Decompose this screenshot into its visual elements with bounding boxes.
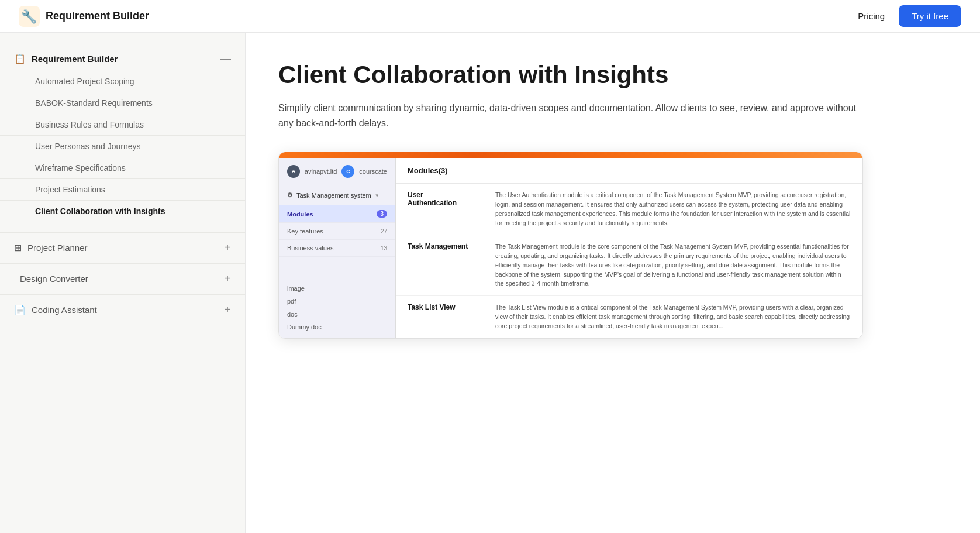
sidebar-section-project-planner[interactable]: ⊞ Project Planner + xyxy=(0,232,245,263)
sidebar-section-title-design-converter: Design Converter xyxy=(20,274,88,284)
ss-module-name: Task List View xyxy=(396,296,484,338)
ss-nav-badge: 3 xyxy=(377,210,387,218)
sidebar-divider-coding-assistant xyxy=(14,325,231,325)
ss-project: ⚙ Task Management system ▼ xyxy=(279,185,395,205)
page-title: Client Collaboration with Insights xyxy=(278,61,947,89)
sidebar-item-babok-standard-requirements[interactable]: BABOK-Standard Requirements xyxy=(0,92,245,114)
ss-module-row: Task Management The Task Management modu… xyxy=(396,235,862,296)
expand-icon-coding-assistant: + xyxy=(224,303,231,317)
ss-module-desc: The Task List View module is a critical … xyxy=(484,296,862,338)
ss-nav-label: Business values xyxy=(287,245,334,252)
ss-export-section: imagepdfdocDummy doc xyxy=(279,277,395,338)
sidebar-item-business-rules-and-formulas[interactable]: Business Rules and Formulas xyxy=(0,114,245,136)
ss-module-name: User Authentication xyxy=(396,184,484,235)
ss-arrow-icon: ▼ xyxy=(375,193,379,198)
ss-modules-table: User Authentication The User Authenticat… xyxy=(396,184,862,338)
ss-nav-business-values[interactable]: Business values13 xyxy=(279,240,395,257)
sidebar-section-title-project-planner: Project Planner xyxy=(27,243,88,253)
sidebar-item-automated-project-scoping[interactable]: Automated Project Scoping xyxy=(0,71,245,92)
ss-export-pdf[interactable]: pdf xyxy=(279,295,395,308)
ss-settings-icon: ⚙ xyxy=(287,191,293,199)
requirement-builder-icon: 📋 xyxy=(14,53,26,64)
svg-text:🔧: 🔧 xyxy=(21,9,37,25)
sidebar-item-project-estimations[interactable]: Project Estimations xyxy=(0,179,245,201)
header-left: 🔧 Requirement Builder xyxy=(19,6,149,27)
sidebar-section-header-left: 📋 Requirement Builder xyxy=(14,53,118,64)
sidebar-section-left-design-converter: Design Converter xyxy=(14,274,88,284)
ss-nav-key-features[interactable]: Key features27 xyxy=(279,223,395,240)
sidebar-section-title: Requirement Builder xyxy=(32,54,118,64)
screenshot-inner: A avinapvt.ltd C courscate ⚙ Task Manage… xyxy=(279,158,862,338)
sidebar-section-header[interactable]: 📋 Requirement Builder — xyxy=(0,47,245,71)
sidebar-section-left-coding-assistant: 📄 Coding Assistant xyxy=(14,304,97,315)
ss-export-doc[interactable]: doc xyxy=(279,308,395,321)
expand-icon-design-converter: + xyxy=(224,272,231,286)
header: 🔧 Requirement Builder Pricing Try it fre… xyxy=(0,0,980,33)
ss-project-row: ⚙ Task Management system ▼ xyxy=(287,191,387,199)
page-description: Simplify client communication by sharing… xyxy=(278,101,863,130)
try-it-free-button[interactable]: Try it free xyxy=(899,5,961,27)
ss-nav-label: Modules xyxy=(287,211,313,218)
expand-icon-project-planner: + xyxy=(224,241,231,255)
logo-icon: 🔧 xyxy=(19,6,40,27)
ss-nav-modules[interactable]: Modules3 xyxy=(279,205,395,223)
ss-module-desc: The Task Management module is the core c… xyxy=(484,235,862,296)
ss-right-panel: Modules(3) User Authentication The User … xyxy=(396,158,862,338)
ss-module-row: User Authentication The User Authenticat… xyxy=(396,184,862,235)
ss-header-text-1: avinapvt.ltd xyxy=(305,168,337,175)
ss-module-desc: The User Authentication module is a crit… xyxy=(484,184,862,235)
ss-export-dummy-doc[interactable]: Dummy doc xyxy=(279,321,395,333)
ss-left-panel: A avinapvt.ltd C courscate ⚙ Task Manage… xyxy=(279,158,396,338)
ss-avatar-2: C xyxy=(341,165,354,178)
ss-nav-label: Key features xyxy=(287,228,323,235)
sidebar-item-user-personas-and-journeys[interactable]: User Personas and Journeys xyxy=(0,136,245,157)
ss-left-header: A avinapvt.ltd C courscate xyxy=(279,158,395,185)
sidebar-item-wireframe-specifications[interactable]: Wireframe Specifications xyxy=(0,157,245,179)
main-content: Client Collaboration with Insights Simpl… xyxy=(246,33,980,533)
ss-right-header: Modules(3) xyxy=(396,158,862,184)
sidebar-section-design-converter[interactable]: Design Converter + xyxy=(0,263,245,294)
screenshot-top-bar xyxy=(279,152,862,158)
header-right: Pricing Try it free xyxy=(858,5,961,27)
ss-avatar-1: A xyxy=(287,165,300,178)
screenshot-preview: A avinapvt.ltd C courscate ⚙ Task Manage… xyxy=(278,152,863,339)
sidebar-section-left-project-planner: ⊞ Project Planner xyxy=(14,242,88,253)
ss-export-image[interactable]: image xyxy=(279,282,395,295)
ss-nav-items: Modules3Key features27Business values13 xyxy=(279,205,395,257)
collapse-icon[interactable]: — xyxy=(220,53,231,65)
pricing-link[interactable]: Pricing xyxy=(858,11,885,21)
app-layout: 📋 Requirement Builder — Automated Projec… xyxy=(0,33,980,533)
sidebar-section-coding-assistant[interactable]: 📄 Coding Assistant + xyxy=(0,294,245,325)
ss-module-row: Task List View The Task List View module… xyxy=(396,296,862,338)
sidebar: 📋 Requirement Builder — Automated Projec… xyxy=(0,33,246,533)
sidebar-sub-items: Automated Project ScopingBABOK-Standard … xyxy=(0,71,245,227)
ss-module-name: Task Management xyxy=(396,235,484,296)
sidebar-item-client-collaboration-with-insights[interactable]: Client Collaboration with Insights xyxy=(0,201,245,222)
app-title: Requirement Builder xyxy=(46,10,149,22)
sidebar-section-title-coding-assistant: Coding Assistant xyxy=(32,305,97,315)
ss-nav-count: 27 xyxy=(381,228,387,235)
sidebar-collapsed-sections: ⊞ Project Planner + Design Converter + 📄… xyxy=(0,232,245,325)
project-planner-icon: ⊞ xyxy=(14,242,22,253)
ss-header-text-2: courscate xyxy=(359,168,387,175)
sidebar-section-requirement-builder: 📋 Requirement Builder — Automated Projec… xyxy=(0,47,245,227)
coding-assistant-icon: 📄 xyxy=(14,304,26,315)
ss-nav-count: 13 xyxy=(381,245,387,252)
ss-project-name: Task Management system xyxy=(296,192,371,199)
